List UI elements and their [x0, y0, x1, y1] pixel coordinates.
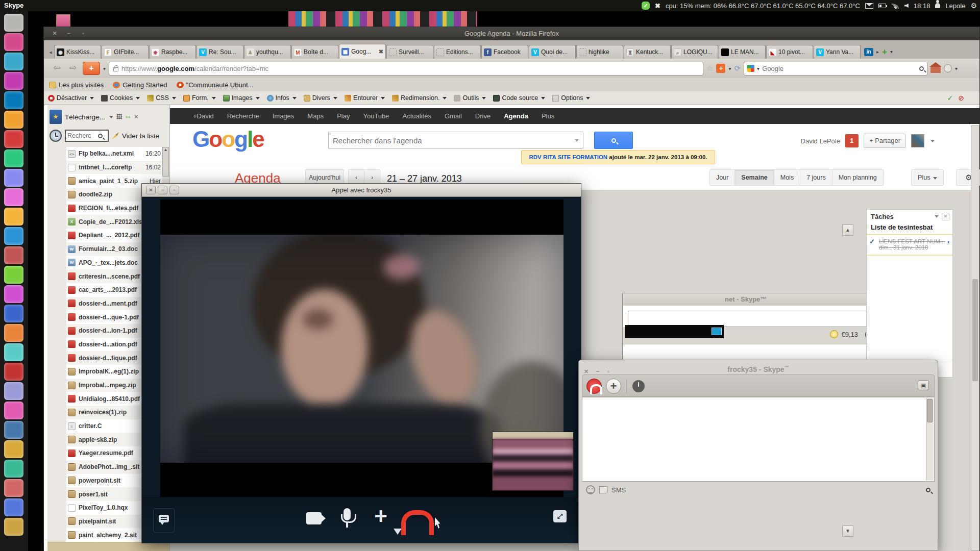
volume-icon[interactable] [904, 4, 909, 8]
share-button[interactable]: + Partager [864, 134, 906, 148]
mail-indicator-icon[interactable] [865, 3, 873, 9]
tab-list-icon[interactable]: ▾ [890, 49, 893, 55]
skype-status-icon[interactable]: ✓ [642, 2, 650, 10]
bookmark-caret-icon[interactable]: ▾ [728, 66, 731, 71]
browser-tab[interactable]: V Quoi de... [529, 45, 576, 59]
calendar-search-field[interactable] [328, 132, 583, 149]
bookmark-item[interactable]: Les plus visités [49, 81, 104, 89]
google-nav-item[interactable]: Drive [475, 112, 491, 120]
account-icon[interactable] [944, 64, 952, 72]
downloads-panel-title[interactable]: Télécharge... [65, 113, 105, 121]
window-close-icon[interactable]: ✕ [50, 30, 59, 38]
download-list-item[interactable]: <> Ftp belka....net.xml 16:20 [66, 147, 162, 161]
microphone-icon[interactable] [344, 508, 351, 520]
tab-scroll-right-icon[interactable]: ▸ [876, 49, 879, 55]
google-nav-item[interactable]: YouTube [363, 112, 389, 120]
indicator-icon[interactable]: ✖ [655, 2, 660, 10]
browser-tab[interactable]: f Facebook [481, 45, 528, 59]
browser-tab[interactable]: ❋ Raspbe... [149, 45, 196, 59]
video-icon[interactable] [712, 328, 722, 335]
devbar-error-icon[interactable]: ⊘ [958, 94, 964, 102]
launcher-app-icon[interactable] [4, 169, 23, 187]
devbar-menu-item[interactable]: Code source [493, 94, 545, 102]
launcher-app-icon[interactable] [4, 343, 23, 361]
view-button[interactable]: Mois [774, 169, 800, 186]
window-minimize-icon[interactable]: − [158, 186, 167, 194]
chat-search-icon[interactable] [926, 488, 930, 492]
user-name[interactable]: Lepole [945, 2, 965, 10]
view-button[interactable]: Semaine [735, 169, 774, 186]
tasks-close-icon[interactable]: ✕ [942, 213, 949, 220]
search-magnifier-icon[interactable] [919, 66, 924, 71]
google-nav-item[interactable]: Images [273, 112, 295, 120]
panel-close-icon[interactable]: ✕ [134, 113, 139, 120]
devbar-menu-item[interactable]: Options [552, 94, 590, 102]
launcher-app-icon[interactable] [4, 402, 23, 419]
launcher-app-icon[interactable] [4, 498, 23, 516]
launcher-app-icon[interactable] [4, 149, 23, 167]
add-participant-icon[interactable]: + [371, 507, 391, 528]
google-nav-item[interactable]: +David [193, 112, 214, 120]
launcher-app-icon[interactable] [4, 14, 23, 32]
search-input[interactable] [762, 65, 917, 72]
self-view-video[interactable] [492, 432, 574, 491]
account-caret-icon[interactable]: ▾ [955, 66, 958, 71]
user-indicator-icon[interactable] [935, 3, 940, 8]
devbar-menu-item[interactable]: Outils [454, 94, 486, 102]
tab-scroll-left-icon[interactable]: ◂ [47, 45, 54, 59]
launcher-app-icon[interactable] [4, 285, 23, 303]
end-call-icon[interactable] [586, 379, 602, 394]
tab-close-icon[interactable]: ✖ [379, 48, 383, 55]
downloads-search-input[interactable] [67, 132, 98, 139]
google-nav-item[interactable]: Recherche [227, 112, 259, 120]
search-box[interactable]: ▾ [744, 62, 927, 76]
view-button[interactable]: Jour [709, 169, 735, 186]
skype-credit[interactable]: €9,13 [841, 331, 858, 338]
emoticon-icon[interactable] [586, 485, 595, 494]
sms-label[interactable]: SMS [611, 486, 626, 494]
view-button[interactable]: 7 jours [800, 169, 832, 186]
launcher-app-icon[interactable] [4, 130, 23, 148]
tasks-caret-icon[interactable] [935, 215, 939, 218]
account-name[interactable]: David LePôle [801, 137, 840, 145]
task-item[interactable]: ✓ › LIENS FEST ART NUM... dim., 31 janv.… [867, 235, 952, 256]
home-icon[interactable] [930, 67, 941, 73]
call-titlebar[interactable]: ✕ − ▫ Appel avec frocky35 [142, 184, 581, 197]
sidebar-scrollbar[interactable]: ▲ [162, 147, 169, 177]
browser-tab[interactable]: LE MAN... [719, 45, 766, 59]
panel-toggle-icon[interactable]: ▣ [918, 380, 929, 390]
session-gear-icon[interactable]: ⚙ [970, 2, 977, 10]
launcher-app-icon[interactable] [4, 227, 23, 245]
google-nav-item[interactable]: Maps [307, 112, 324, 120]
google-nav-item[interactable]: Actualités [403, 112, 431, 120]
task-check-icon[interactable]: ✓ [869, 238, 875, 245]
add-contact-icon[interactable]: + [606, 379, 621, 394]
devbar-menu-item[interactable]: Infos [267, 94, 297, 102]
launcher-app-icon[interactable] [4, 518, 23, 536]
devbar-menu-item[interactable]: Entourer [345, 94, 385, 102]
browser-tab[interactable]: F GIFbite... [102, 45, 149, 59]
sms-mode-icon[interactable] [599, 486, 607, 493]
wifi-icon[interactable] [891, 3, 899, 9]
search-options-caret-icon[interactable] [575, 139, 579, 142]
window-minimize-icon[interactable]: − [64, 30, 74, 38]
window-maximize-icon[interactable]: ▫ [79, 30, 88, 38]
account-caret-icon[interactable] [930, 140, 935, 142]
devbar-menu-item[interactable]: Divers [304, 94, 337, 102]
clock[interactable]: 18:18 [914, 2, 930, 10]
devbar-menu-item[interactable]: Images [223, 94, 260, 102]
launcher-app-icon[interactable] [4, 305, 23, 322]
browser-tab[interactable]: M Boîte d... [291, 45, 338, 59]
system-monitor-text[interactable]: cpu: 15% mem: 06% 66.8°C 67.0°C 61.0°C 6… [666, 2, 860, 10]
google-nav-item[interactable]: Plus [542, 112, 554, 120]
launcher-app-icon[interactable] [4, 208, 23, 226]
fullscreen-icon[interactable]: ⤢ [553, 510, 567, 522]
forward-button[interactable]: ⇨ [66, 62, 80, 74]
browser-tab[interactable]: ⌕ LOGIQU... [671, 45, 718, 59]
more-views-button[interactable]: Plus [911, 169, 944, 186]
firefox-titlebar[interactable]: ✕ − ▫ Google Agenda - Mozilla Firefox [44, 27, 979, 40]
launcher-app-icon[interactable] [4, 440, 23, 458]
chat-message-area[interactable] [582, 397, 935, 482]
firefox-menu-button[interactable]: + [83, 62, 100, 75]
chat-scrollbar[interactable] [926, 398, 934, 481]
